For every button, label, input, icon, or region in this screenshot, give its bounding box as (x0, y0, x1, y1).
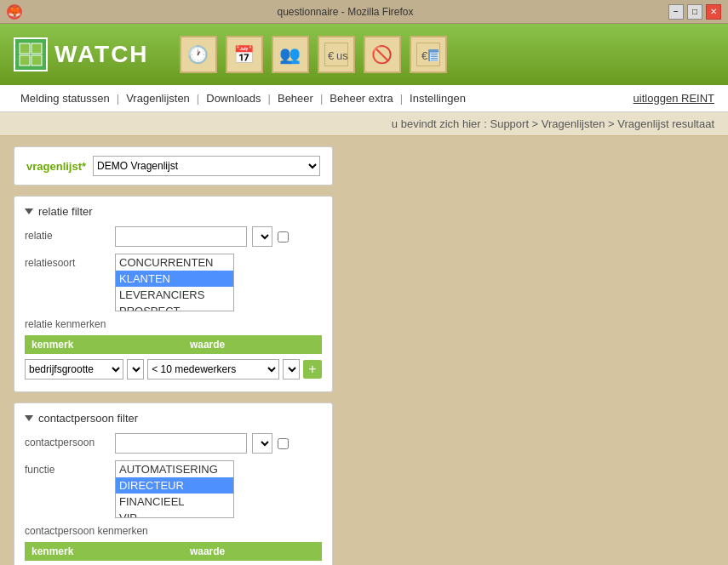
contactpersoon-row: contactpersoon (25, 433, 322, 454)
relatie-filter-title: relatie filter (38, 205, 93, 218)
list-item[interactable]: AUTOMATISERING (116, 461, 233, 477)
list-item[interactable]: DIRECTEUR (116, 477, 233, 494)
breadcrumb-bar: u bevindt zich hier : Support > Vragenli… (0, 112, 728, 136)
svg-text:€: € (421, 49, 428, 62)
nav-instellingen[interactable]: Instellingen (403, 92, 473, 105)
toolbar-icon-calendar[interactable]: 📅 (226, 36, 263, 73)
contactpersoon-label: contactpersoon (25, 433, 110, 448)
nav-beheer-extra[interactable]: Beheer extra (323, 92, 399, 105)
relatie-row: relatie (25, 226, 322, 247)
relatiesoort-row: relatiesoort CONCURRENTEN KLANTEN LEVERA… (25, 254, 322, 311)
relatie-filter-header: relatie filter (25, 205, 322, 218)
kenmerk-waarde-row: bedrijfsgrootte < 10 medewerkers + (25, 359, 322, 380)
window-title: questionnaire - Mozilla Firefox (22, 6, 668, 18)
functie-row: functie AUTOMATISERING DIRECTEUR FINANCI… (25, 460, 322, 518)
list-item[interactable]: PROSPECT (116, 303, 233, 311)
relatiesoort-listbox[interactable]: CONCURRENTEN KLANTEN LEVERANCIERS PROSPE… (115, 254, 234, 311)
toolbar-icon-people[interactable]: 👥 (272, 36, 309, 73)
cp-kenmerk-col-header: kenmerk (25, 542, 183, 561)
kenmerk-select[interactable]: bedrijfsgrootte (25, 359, 123, 380)
relatie-input[interactable] (115, 226, 247, 247)
logo-text: WATCH (54, 41, 149, 68)
contactpersoon-dropdown[interactable] (252, 433, 272, 454)
contactpersoon-checkbox[interactable] (278, 438, 289, 449)
list-item[interactable]: LEVERANCIERS (116, 287, 233, 303)
main-content: vragenlijst* DEMO Vragenlijst relatie fi… (0, 136, 728, 565)
relatie-label: relatie (25, 226, 110, 242)
vragenlijst-label: vragenlijst* (26, 160, 86, 173)
svg-rect-2 (20, 55, 30, 66)
maximize-button[interactable]: □ (687, 4, 702, 20)
contactpersoon-kenmerken-label: contactpersoon kenmerken (25, 525, 322, 537)
close-button[interactable]: ✕ (706, 4, 721, 20)
nav-downloads[interactable]: Downloads (199, 92, 267, 105)
svg-text:us: us (336, 49, 348, 62)
breadcrumb: u bevindt zich hier : Support > Vragenli… (392, 117, 714, 130)
vragenlijst-row: vragenlijst* DEMO Vragenlijst (14, 146, 333, 185)
vragenlijst-select[interactable]: DEMO Vragenlijst (93, 156, 320, 176)
relatie-plus-button[interactable]: + (303, 360, 322, 379)
functie-listbox-wrapper: AUTOMATISERING DIRECTEUR FINANCIEEL VIP (115, 460, 322, 518)
collapse-icon-2[interactable] (25, 415, 33, 421)
toolbar-icon-euro2[interactable]: € ▤ (410, 36, 447, 73)
toolbar-icon-clock[interactable]: 🕐 (180, 36, 217, 73)
functie-listbox[interactable]: AUTOMATISERING DIRECTEUR FINANCIEEL VIP (115, 460, 234, 518)
kenmerk-table: kenmerk waarde (25, 335, 322, 354)
contactpersoon-filter-title: contactpersoon filter (38, 412, 138, 425)
window-controls: − □ ✕ (668, 4, 721, 20)
contactpersoon-filter-header: contactpersoon filter (25, 412, 322, 425)
toolbar-icons: 🕐 📅 👥 € us 🚫 € ▤ (180, 36, 447, 73)
list-item[interactable]: CONCURRENTEN (116, 254, 233, 271)
cp-waarde-col-header: waarde (183, 542, 322, 561)
contactpersoon-input[interactable] (115, 433, 247, 454)
toolbar-icon-euro[interactable]: € us (318, 36, 355, 73)
svg-rect-1 (32, 43, 42, 54)
relatie-kenmerken-label: relatie kenmerken (25, 318, 322, 330)
kenmerk-dropdown-arrow[interactable] (127, 359, 144, 380)
minimize-button[interactable]: − (668, 4, 684, 20)
collapse-icon[interactable] (25, 208, 33, 214)
svg-text:▤: ▤ (429, 49, 439, 62)
svg-rect-3 (32, 55, 42, 66)
relatie-filter-section: relatie filter relatie relatiesoort CONC… (14, 196, 333, 392)
nav-melding-statussen[interactable]: Melding statussen (14, 92, 117, 105)
relatie-input-row (115, 226, 322, 247)
kenmerk-col-header: kenmerk (25, 335, 183, 354)
toolbar-icon-no[interactable]: 🚫 (364, 36, 401, 73)
relatiesoort-label: relatiesoort (25, 254, 110, 269)
svg-rect-0 (20, 43, 30, 54)
firefox-icon: 🦊 (7, 4, 22, 20)
logout-link[interactable]: uitloggen REINT (633, 92, 714, 105)
contactpersoon-filter-section: contactpersoon filter contactpersoon fun… (14, 402, 333, 565)
functie-label: functie (25, 460, 110, 476)
nav-vragenlijsten[interactable]: Vragenlijsten (119, 92, 197, 105)
list-item[interactable]: FINANCIEEL (116, 494, 233, 510)
relatiesoort-listbox-wrapper: CONCURRENTEN KLANTEN LEVERANCIERS PROSPE… (115, 254, 322, 311)
toolbar: WATCH 🕐 📅 👥 € us 🚫 € ▤ (0, 24, 728, 85)
logo-icon (14, 37, 48, 71)
relatie-checkbox[interactable] (278, 231, 289, 243)
waarde-dropdown-arrow[interactable] (283, 359, 300, 380)
list-item[interactable]: VIP (116, 510, 233, 518)
list-item[interactable]: KLANTEN (116, 271, 233, 287)
nav-bar: Melding statussen | Vragenlijsten | Down… (0, 85, 728, 112)
waarde-select[interactable]: < 10 medewerkers (147, 359, 279, 380)
waarde-col-header: waarde (183, 335, 322, 354)
nav-beheer[interactable]: Beheer (271, 92, 320, 105)
contactpersoon-kenmerk-table: kenmerk waarde (25, 542, 322, 561)
logo: WATCH (14, 37, 149, 71)
contactpersoon-input-row (115, 433, 322, 454)
svg-text:€: € (328, 49, 335, 62)
title-bar: 🦊 questionnaire - Mozilla Firefox − □ ✕ (0, 0, 728, 24)
relatie-dropdown[interactable] (252, 226, 272, 247)
